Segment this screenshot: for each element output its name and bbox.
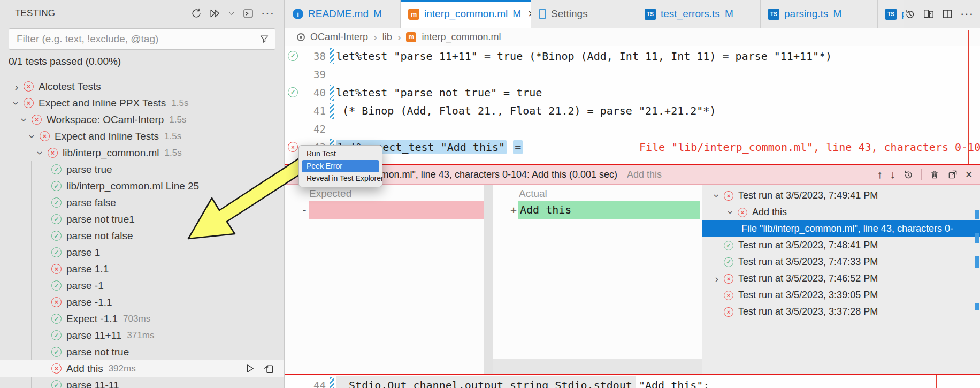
- test-pass-gutter-icon[interactable]: ✓: [288, 51, 298, 61]
- fail-icon: ×: [48, 148, 58, 158]
- pass-icon: ✓: [51, 231, 62, 241]
- test-duration: 1.5s: [165, 148, 182, 158]
- test-tree-item[interactable]: ✓ parse 11-11: [0, 377, 284, 388]
- test-tree-item[interactable]: ✓ lib/interp_common.ml Line 25: [0, 178, 284, 194]
- breadcrumb-item-file[interactable]: interp_common.ml: [422, 32, 501, 43]
- more-actions-icon[interactable]: ···: [261, 7, 274, 19]
- pane-divider[interactable]: [484, 185, 493, 374]
- pass-icon: ✓: [51, 181, 62, 191]
- peek-title-description: Add this: [627, 169, 877, 180]
- run-test-icon[interactable]: [244, 363, 256, 374]
- tab-interp-common[interactable]: interp_common.ml M ×: [401, 0, 531, 28]
- fail-icon: ×: [724, 191, 733, 201]
- test-run-item[interactable]: ✓ Test run at 3/5/2023, 7:47:33 PM: [702, 254, 980, 270]
- previous-error-icon[interactable]: ↑: [877, 169, 883, 180]
- line-number: 44: [300, 376, 326, 388]
- pass-icon: ✓: [51, 247, 62, 257]
- test-tree-item[interactable]: › × Expect and Inline Tests 1.5s: [0, 128, 284, 144]
- pass-icon: ✓: [51, 330, 62, 340]
- chevron-right-icon[interactable]: ›: [710, 273, 724, 285]
- peek-header[interactable]: File "lib/interp_common.ml", line 43, ch…: [285, 165, 980, 185]
- diff-removed-line: [309, 201, 484, 219]
- split-editor-icon[interactable]: [941, 8, 953, 20]
- chevron-down-icon[interactable]: [228, 10, 235, 17]
- run-all-tests-icon[interactable]: [209, 7, 221, 19]
- test-tree-item[interactable]: ✓ Expect -1.1 703ms: [0, 310, 284, 327]
- more-actions-icon[interactable]: ···: [960, 8, 974, 20]
- test-tree-item[interactable]: × parse -1.1: [0, 294, 284, 310]
- chevron-down-icon[interactable]: ›: [18, 113, 31, 127]
- trash-icon[interactable]: [929, 169, 940, 180]
- test-tree-item[interactable]: ✓ parse not true: [0, 344, 284, 360]
- test-filter-input[interactable]: [16, 33, 259, 45]
- test-tree-item[interactable]: › × Expect and Inline PPX Tests 1.5s: [0, 95, 284, 111]
- test-tree-item[interactable]: › × Alcotest Tests: [0, 78, 284, 95]
- editor-actions: ···: [904, 0, 980, 28]
- test-run-item[interactable]: × Test run at 3/5/2023, 3:37:28 PM: [702, 303, 980, 320]
- test-pass-gutter-icon[interactable]: ✓: [288, 87, 298, 97]
- open-changes-icon[interactable]: [923, 8, 935, 20]
- test-tree-item[interactable]: ✓ parse not false: [0, 227, 284, 244]
- chevron-right-icon[interactable]: ›: [10, 80, 24, 93]
- test-run-item-selected[interactable]: File "lib/interp_common.ml", line 43, ch…: [702, 220, 980, 237]
- chevron-down-icon[interactable]: ›: [10, 96, 23, 110]
- tab-settings[interactable]: Settings: [531, 0, 637, 28]
- chevron-down-icon[interactable]: ›: [711, 189, 723, 203]
- breadcrumb-item-workspace[interactable]: OCaml-Interp: [310, 32, 368, 43]
- testing-panel: TESTING ··· 0/1 tests passed (0.00%) › ×…: [0, 0, 285, 388]
- breadcrumb-item-lib[interactable]: lib: [382, 32, 392, 43]
- test-tree-item[interactable]: ✓ parse -1: [0, 277, 284, 294]
- test-tree-item[interactable]: ✓ parse 11+11 371ms: [0, 327, 284, 344]
- peek-body: Expected - Actual + Add this › × Test ru…: [285, 185, 980, 374]
- typescript-file-icon: TS: [885, 9, 897, 20]
- tab-test-errors[interactable]: TS test_errors.ts M: [637, 0, 761, 28]
- symbol-icon: [297, 33, 305, 41]
- test-tree-item[interactable]: › × Workspace: OCaml-Interp 1.5s: [0, 111, 284, 128]
- line-number: 41: [300, 102, 326, 120]
- test-duration: 1.5s: [164, 131, 181, 142]
- expected-pane-header: Expected: [309, 188, 351, 200]
- chevron-down-icon[interactable]: ›: [26, 130, 39, 143]
- test-run-item[interactable]: ✓ Test run at 3/5/2023, 7:48:41 PM: [702, 237, 980, 254]
- test-tree-item[interactable]: › × lib/interp_common.ml 1.5s: [0, 144, 284, 161]
- menu-item-peek-error[interactable]: Peek Error: [302, 160, 379, 172]
- line-number: 40: [300, 83, 326, 102]
- typescript-file-icon: TS: [768, 9, 779, 20]
- modified-badge: M: [512, 8, 521, 20]
- filter-funnel-icon[interactable]: [259, 34, 270, 44]
- code-line: 39: [285, 65, 980, 83]
- test-run-item[interactable]: × Test run at 3/5/2023, 3:39:05 PM: [702, 287, 980, 303]
- test-tree-item-add-this[interactable]: × Add this 392ms: [0, 360, 284, 377]
- timeline-history-icon[interactable]: [904, 8, 916, 20]
- test-run-item[interactable]: › × Add this: [702, 204, 980, 220]
- horizontal-scrollbar[interactable]: [493, 359, 702, 374]
- tab-parsing[interactable]: TS parsing.ts M: [761, 0, 878, 28]
- tab-readme[interactable]: README.md M: [285, 0, 401, 28]
- test-run-item[interactable]: › × Test run at 3/5/2023, 7:49:41 PM: [702, 187, 980, 204]
- file-icon: [539, 9, 546, 19]
- test-tree-item[interactable]: ✓ parse 1: [0, 244, 284, 261]
- test-tree-item[interactable]: ✓ parse not true1: [0, 211, 284, 227]
- line-number: 39: [300, 65, 326, 83]
- test-fail-gutter-icon[interactable]: ×: [288, 142, 298, 152]
- chevron-down-icon[interactable]: ›: [34, 146, 47, 160]
- test-history-icon[interactable]: [903, 169, 914, 180]
- chevron-down-icon[interactable]: ›: [725, 206, 737, 219]
- go-to-test-icon[interactable]: [263, 363, 274, 374]
- ocaml-file-icon: [406, 32, 416, 42]
- test-tree-item[interactable]: ✓ parse false: [0, 194, 284, 211]
- git-modified-gutter: [330, 377, 334, 388]
- test-run-item[interactable]: › × Test run at 3/5/2023, 7:46:52 PM: [702, 270, 980, 287]
- menu-item-run-test[interactable]: Run Test: [302, 148, 379, 160]
- menu-item-reveal-in-test-explorer[interactable]: Reveal in Test Explorer: [302, 172, 379, 185]
- test-tree-item[interactable]: × parse 1.1: [0, 261, 284, 277]
- test-tree-item[interactable]: ✓ parse true: [0, 161, 284, 178]
- refresh-tests-icon[interactable]: [190, 7, 202, 19]
- show-output-icon[interactable]: [242, 7, 254, 19]
- code-line-error: × 43 let%expect_test "Add this" = File "…: [285, 138, 980, 156]
- open-in-editor-icon[interactable]: [947, 169, 958, 180]
- close-icon[interactable]: ×: [966, 169, 973, 181]
- next-error-icon[interactable]: ↓: [890, 169, 895, 180]
- pass-icon: ✓: [51, 280, 62, 291]
- fail-icon: ×: [724, 274, 733, 284]
